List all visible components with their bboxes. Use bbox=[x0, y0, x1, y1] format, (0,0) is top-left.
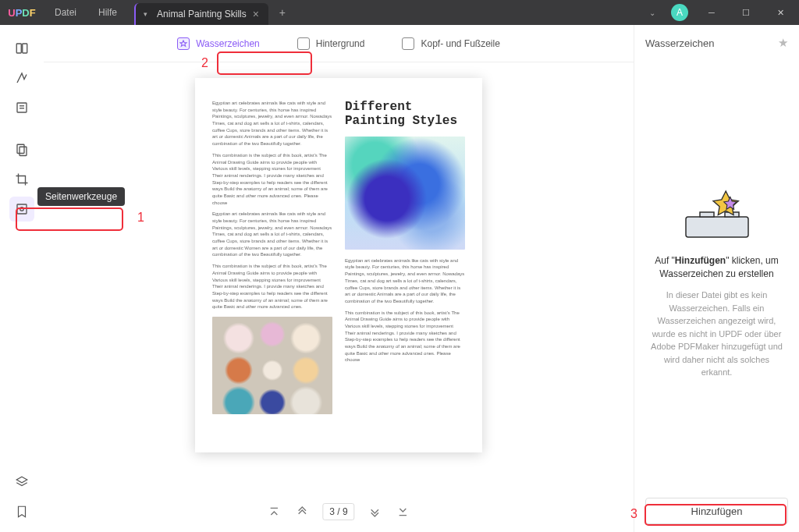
watermark-panel: Wasserzeichen ★ Auf "Hinzufügen" klicken… bbox=[634, 25, 799, 532]
empty-state-illustration bbox=[670, 187, 764, 242]
menu-help[interactable]: Hilfe bbox=[87, 0, 128, 25]
watermark-tab[interactable]: Wasserzeichen bbox=[169, 33, 268, 55]
page-tools-icon[interactable] bbox=[9, 197, 34, 222]
layers-icon[interactable] bbox=[9, 470, 34, 495]
body-text: This combination is the subject of this … bbox=[212, 263, 332, 310]
left-sidebar bbox=[0, 25, 44, 532]
window-close-icon[interactable]: ✕ bbox=[765, 0, 796, 25]
titlebar: UPDF Datei Hilfe ▾ Animal Painting Skill… bbox=[0, 0, 799, 25]
watermark-label: Wasserzeichen bbox=[196, 38, 260, 49]
organize-tool-icon[interactable] bbox=[9, 137, 34, 162]
sidebar-tooltip: Seitenwerkzeuge bbox=[37, 187, 125, 206]
comment-tool-icon[interactable] bbox=[9, 66, 34, 90]
svg-rect-7 bbox=[17, 204, 27, 214]
page-navigator: 3 / 9 bbox=[254, 496, 423, 527]
body-text: This combination is the subject of this … bbox=[212, 152, 332, 207]
header-footer-icon bbox=[402, 37, 414, 50]
page-tools-toolbar: Wasserzeichen Hintergrund Kopf- und Fußz… bbox=[44, 25, 634, 62]
user-avatar[interactable]: A bbox=[671, 4, 688, 21]
crop-tool-icon[interactable] bbox=[9, 167, 34, 192]
watercolor-image bbox=[345, 137, 465, 250]
svg-rect-6 bbox=[20, 147, 27, 155]
body-text: Egyptian art celebrates animals like cat… bbox=[212, 211, 332, 258]
body-text: Egyptian art celebrates animals like cat… bbox=[345, 257, 465, 305]
title-dropdown-icon[interactable]: ⌄ bbox=[641, 9, 663, 17]
body-text: This combination is the subject of this … bbox=[345, 310, 465, 364]
svg-rect-2 bbox=[17, 103, 27, 112]
svg-rect-0 bbox=[16, 44, 21, 53]
page-heading: Different Painting Styles bbox=[345, 100, 465, 129]
paint-buckets-image bbox=[212, 317, 332, 414]
next-page-icon[interactable] bbox=[368, 504, 383, 520]
window-maximize-icon[interactable]: ☐ bbox=[730, 0, 762, 25]
tab-title: Animal Painting Skills bbox=[157, 9, 247, 20]
last-page-icon[interactable] bbox=[396, 504, 411, 520]
panel-title: Wasserzeichen bbox=[645, 37, 714, 49]
menu-file[interactable]: Datei bbox=[44, 0, 87, 25]
document-page: Egyptian art celebrates animals like cat… bbox=[195, 78, 482, 452]
add-watermark-button[interactable]: Hinzufügen bbox=[645, 498, 788, 524]
new-tab-button[interactable]: + bbox=[273, 6, 292, 19]
edit-tool-icon[interactable] bbox=[9, 95, 34, 120]
background-tab[interactable]: Hintergrund bbox=[289, 33, 373, 55]
empty-state-message: Auf "Hinzufügen" klicken, um Wasserzeich… bbox=[648, 254, 785, 281]
svg-rect-12 bbox=[700, 212, 714, 217]
svg-rect-5 bbox=[17, 144, 24, 153]
bookmark-icon[interactable] bbox=[9, 499, 34, 524]
tab-dropdown-icon[interactable]: ▾ bbox=[144, 10, 147, 18]
app-logo: UPDF bbox=[0, 7, 44, 19]
reader-tool-icon[interactable] bbox=[9, 36, 34, 61]
annotation-label-2: 2 bbox=[201, 56, 208, 70]
watermark-icon bbox=[177, 37, 190, 50]
background-icon bbox=[297, 37, 310, 50]
svg-rect-1 bbox=[23, 44, 27, 53]
svg-rect-11 bbox=[686, 217, 748, 237]
empty-state-detail: In dieser Datei gibt es kein Wasserzeich… bbox=[648, 289, 785, 379]
window-minimize-icon[interactable]: ─ bbox=[696, 0, 727, 25]
background-label: Hintergrund bbox=[316, 38, 365, 49]
favorite-icon[interactable]: ★ bbox=[778, 36, 788, 50]
tab-close-icon[interactable]: × bbox=[253, 8, 259, 20]
svg-point-8 bbox=[20, 207, 24, 211]
page-indicator[interactable]: 3 / 9 bbox=[322, 503, 354, 520]
first-page-icon[interactable] bbox=[266, 504, 282, 520]
document-viewport[interactable]: Egyptian art celebrates animals like cat… bbox=[44, 62, 634, 532]
annotation-label-3: 3 bbox=[630, 507, 637, 521]
header-footer-label: Kopf- und Fußzeile bbox=[421, 38, 499, 49]
header-footer-tab[interactable]: Kopf- und Fußzeile bbox=[394, 33, 507, 55]
annotation-label-1: 1 bbox=[137, 211, 144, 225]
prev-page-icon[interactable] bbox=[294, 504, 310, 520]
body-text: Egyptian art celebrates animals like cat… bbox=[212, 100, 332, 147]
document-tab[interactable]: ▾ Animal Painting Skills × bbox=[134, 3, 268, 25]
